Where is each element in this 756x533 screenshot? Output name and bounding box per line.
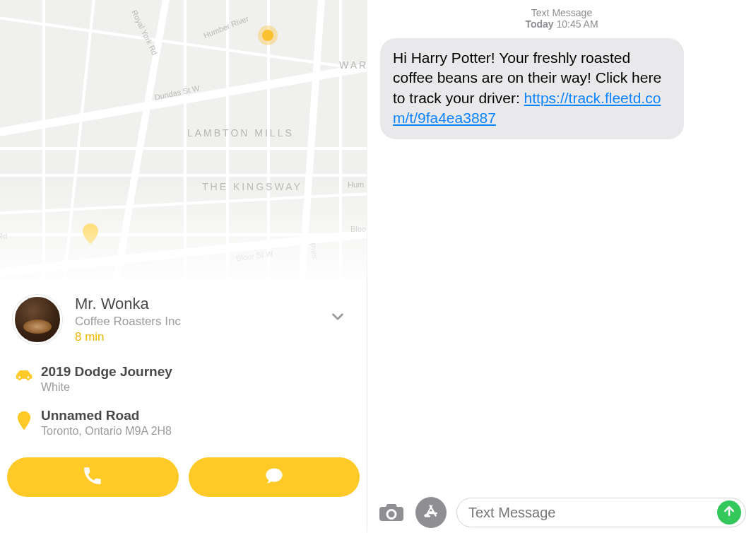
map-street-hum: Hum	[348, 180, 364, 189]
phone-icon	[83, 466, 102, 488]
send-button[interactable]	[717, 500, 741, 525]
map-street-rd: Rd	[0, 232, 7, 240]
chat-icon	[264, 466, 284, 488]
tracking-info-sheet: Mr. Wonka Coffee Roasters Inc 8 min 2019…	[0, 279, 367, 533]
driver-avatar	[13, 295, 62, 344]
message-input[interactable]	[468, 505, 717, 521]
map-label-warden: WARI	[339, 59, 367, 71]
message-input-container[interactable]	[456, 498, 746, 527]
vehicle-title: 2019 Dodge Journey	[41, 364, 172, 380]
tracking-map[interactable]: LAMBTON MILLS THE KINGSWAY WARI Royal Yo…	[0, 0, 367, 279]
driver-header[interactable]: Mr. Wonka Coffee Roasters Inc 8 min	[0, 292, 367, 357]
destination-row: Unnamed Road Toronto, Ontario M9A 2H8	[0, 401, 367, 445]
pin-icon	[7, 408, 41, 430]
app-store-icon	[422, 502, 440, 523]
app-store-button[interactable]	[415, 497, 447, 528]
call-driver-button[interactable]	[7, 457, 179, 497]
arrow-up-icon	[722, 504, 736, 521]
tracking-app: LAMBTON MILLS THE KINGSWAY WARI Royal Yo…	[0, 0, 367, 533]
timestamp-kind: Text Message	[367, 7, 756, 18]
vehicle-color: White	[41, 381, 172, 394]
map-street-royal-york: Royal York Rd	[130, 8, 159, 57]
car-icon	[7, 364, 41, 382]
map-driver-marker[interactable]	[262, 30, 273, 41]
vehicle-row: 2019 Dodge Journey White	[0, 357, 367, 401]
timestamp-time: 10:45 AM	[556, 18, 598, 30]
map-label-lambton-mills: LAMBTON MILLS	[187, 127, 294, 139]
message-composer	[367, 493, 756, 533]
chevron-down-icon[interactable]	[329, 308, 347, 329]
timestamp-today: Today	[525, 18, 553, 30]
destination-address: Toronto, Ontario M9A 2H8	[41, 425, 172, 438]
driver-eta: 8 min	[75, 330, 181, 344]
map-street-bloo: Bloo	[350, 225, 366, 233]
destination-title: Unnamed Road	[41, 408, 172, 423]
message-timestamp: Text Message Today 10:45 AM	[367, 0, 756, 34]
message-driver-button[interactable]	[189, 457, 360, 497]
map-destination-pin[interactable]	[83, 223, 98, 245]
map-label-the-kingsway: THE KINGSWAY	[202, 181, 302, 192]
camera-button[interactable]	[377, 502, 406, 523]
incoming-message-bubble[interactable]: Hi Harry Potter! Your freshly roasted co…	[380, 38, 684, 139]
driver-name: Mr. Wonka	[75, 295, 181, 313]
messages-app: Text Message Today 10:45 AM Hi Harry Pot…	[367, 0, 756, 533]
map-street-prince: Princ	[308, 242, 320, 261]
driver-company: Coffee Roasters Inc	[75, 315, 181, 329]
